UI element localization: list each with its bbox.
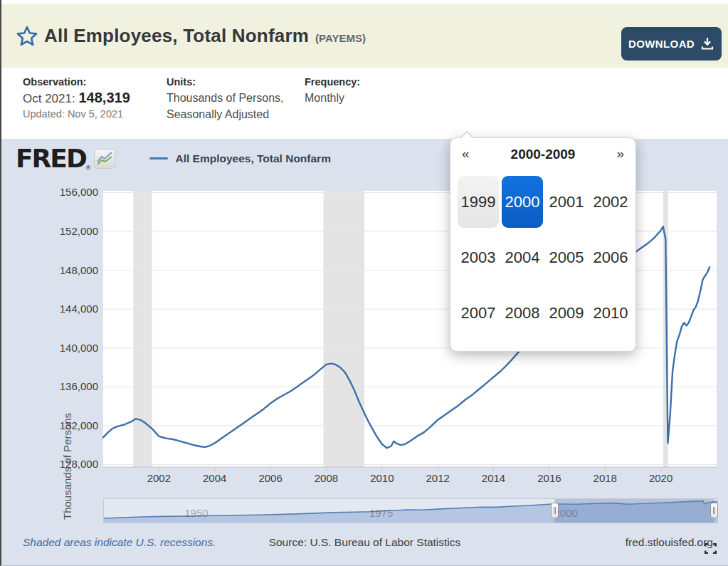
y-tick-label: 156,000 bbox=[54, 186, 98, 198]
fred-logo[interactable]: FRED ® bbox=[16, 146, 115, 172]
next-decade-button[interactable]: » bbox=[616, 146, 624, 162]
year-cell-2001[interactable]: 2001 bbox=[546, 176, 587, 228]
year-cell-2009[interactable]: 2009 bbox=[546, 287, 587, 339]
source-text: Source: U.S. Bureau of Labor Statistics bbox=[1, 536, 728, 549]
title-wrap: All Employees, Total Nonfarm (PAYEMS) bbox=[44, 25, 366, 47]
frequency-value: Monthly bbox=[305, 90, 358, 106]
x-tick-label: 2016 bbox=[527, 472, 572, 484]
year-cell-2007[interactable]: 2007 bbox=[458, 287, 499, 339]
page-title: All Employees, Total Nonfarm bbox=[44, 25, 309, 47]
popup-arrow bbox=[460, 131, 474, 138]
frequency-label: Frequency: bbox=[305, 76, 358, 88]
year-cell-2003[interactable]: 2003 bbox=[458, 231, 499, 283]
series-id: (PAYEMS) bbox=[315, 32, 366, 44]
page-header: All Employees, Total Nonfarm (PAYEMS) DO… bbox=[1, 4, 728, 68]
navigator-label-1950: 1950 bbox=[184, 507, 208, 519]
year-cell-2004[interactable]: 2004 bbox=[502, 231, 543, 283]
y-tick-label: 140,000 bbox=[54, 342, 98, 354]
observation-updated: Updated: Nov 5, 2021 bbox=[23, 108, 154, 120]
y-tick-label: 148,000 bbox=[54, 264, 98, 276]
fred-chart-icon bbox=[94, 149, 115, 169]
download-label: DOWNLOAD bbox=[628, 38, 695, 50]
fred-logo-reg: ® bbox=[86, 164, 91, 172]
observation-label: Observation: bbox=[23, 76, 154, 88]
y-tick-label: 136,000 bbox=[54, 380, 98, 392]
x-tick-label: 2020 bbox=[638, 472, 684, 484]
units-label: Units: bbox=[167, 76, 293, 88]
navigator-label-1975: 1975 bbox=[369, 507, 393, 519]
x-tick-label: 2006 bbox=[248, 472, 293, 484]
y-tick-label: 132,000 bbox=[54, 419, 98, 431]
observation-line: Oct 2021: 148,319 bbox=[23, 90, 154, 106]
y-tick-label: 128,000 bbox=[54, 458, 98, 470]
meta-bar: Observation: Oct 2021: 148,319 Updated: … bbox=[1, 68, 728, 139]
site-link[interactable]: fred.stlouisfed.org bbox=[626, 536, 713, 549]
frequency-block: Frequency: Monthly bbox=[305, 76, 358, 106]
x-tick-label: 2018 bbox=[582, 472, 628, 484]
navigator-handle-right[interactable] bbox=[710, 503, 718, 518]
units-line2: Seasonally Adjusted bbox=[167, 106, 293, 122]
navigator-handle-left[interactable] bbox=[551, 503, 559, 518]
x-tick-label: 2002 bbox=[136, 472, 181, 484]
year-cell-2000[interactable]: 2000 bbox=[502, 176, 543, 228]
x-tick-label: 2004 bbox=[192, 472, 238, 484]
year-cell-1999[interactable]: 1999 bbox=[458, 176, 499, 228]
y-tick-label: 144,000 bbox=[54, 303, 98, 315]
download-icon bbox=[700, 38, 714, 51]
year-cell-2008[interactable]: 2008 bbox=[502, 287, 543, 339]
download-button[interactable]: DOWNLOAD bbox=[621, 27, 722, 61]
observation-value: 148,319 bbox=[78, 90, 130, 105]
fred-logo-text: FRED bbox=[16, 146, 86, 172]
decade-title: 2000-2009 bbox=[450, 147, 635, 162]
x-tick-label: 2010 bbox=[359, 472, 405, 484]
year-picker-header: « 2000-2009 » bbox=[450, 146, 635, 164]
legend-item[interactable]: All Employees, Total Nonfarm bbox=[149, 152, 330, 165]
legend-line-swatch bbox=[149, 157, 168, 159]
observation-block: Observation: Oct 2021: 148,319 Updated: … bbox=[23, 76, 154, 120]
favorite-star-icon[interactable] bbox=[16, 25, 38, 48]
year-cell-2005[interactable]: 2005 bbox=[546, 231, 587, 283]
year-picker-popup: « 2000-2009 » 19992000200120022003200420… bbox=[450, 137, 636, 352]
fullscreen-icon[interactable] bbox=[705, 543, 717, 554]
x-tick-label: 2008 bbox=[303, 472, 349, 484]
year-cell-2006[interactable]: 2006 bbox=[590, 231, 631, 283]
year-cell-2002[interactable]: 2002 bbox=[590, 176, 631, 228]
fred-graph-page: All Employees, Total Nonfarm (PAYEMS) DO… bbox=[0, 0, 728, 566]
x-tick-label: 2012 bbox=[415, 472, 460, 484]
year-grid: 1999200020012002200320042005200620072008… bbox=[458, 176, 631, 339]
units-line1: Thousands of Persons, bbox=[167, 90, 293, 106]
y-tick-label: 152,000 bbox=[54, 225, 98, 237]
x-tick-label: 2014 bbox=[471, 472, 517, 484]
observation-date: Oct 2021: bbox=[23, 92, 75, 105]
units-block: Units: Thousands of Persons, Seasonally … bbox=[167, 76, 293, 122]
legend-label: All Employees, Total Nonfarm bbox=[175, 152, 330, 165]
year-cell-2010[interactable]: 2010 bbox=[590, 287, 631, 339]
